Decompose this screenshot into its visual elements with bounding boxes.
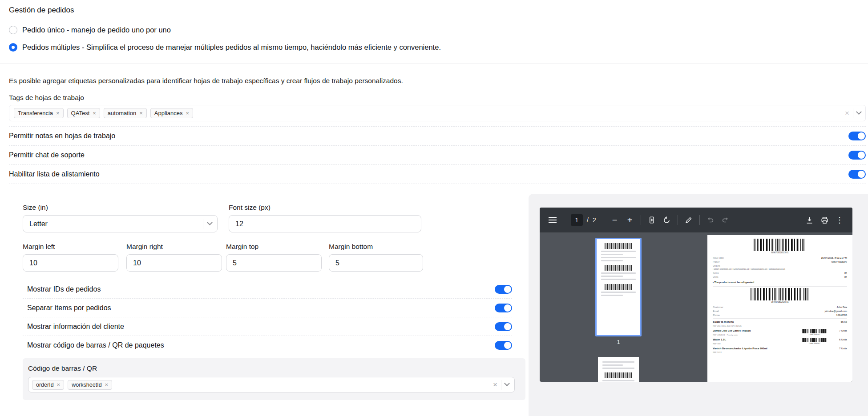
- zoom-in-icon[interactable]: +: [622, 212, 638, 228]
- display-toggle-list: Mostrar IDs de pedidos Separar ítems por…: [23, 280, 512, 355]
- page-separator: /: [587, 216, 589, 224]
- doc-meta-label: Email: [713, 309, 719, 313]
- margin-bottom-input[interactable]: [329, 254, 423, 272]
- worksheet-tags-select[interactable]: Transferencia × QATest × automation × Ap…: [9, 105, 866, 121]
- clear-tags-icon[interactable]: ×: [493, 381, 497, 388]
- margin-right-input[interactable]: [126, 254, 222, 272]
- doc-item-sub: REF 1013: [713, 351, 797, 354]
- toggle-knob: [858, 152, 865, 159]
- barcode-fields-select[interactable]: orderId × worksheetId × ×: [28, 377, 515, 392]
- doc-item-qty: 7 Units: [832, 347, 847, 351]
- barcode-graphic: [605, 372, 632, 378]
- chevron-down-icon[interactable]: [856, 109, 862, 115]
- remove-tag-icon[interactable]: ×: [93, 110, 96, 116]
- undo-icon[interactable]: [703, 212, 718, 228]
- tag-chip-label: automation: [108, 110, 136, 116]
- remove-tag-icon[interactable]: ×: [186, 110, 189, 116]
- tag-chip[interactable]: QATest ×: [67, 108, 100, 118]
- doc-item-name: Vanish Desmanchador Líquido Rosa 900ml: [713, 347, 797, 351]
- barcode-graphic: [751, 288, 809, 300]
- current-page-input[interactable]: 1: [571, 214, 583, 226]
- radio-unchecked-icon[interactable]: [9, 26, 17, 34]
- radio-single-order[interactable]: Pedido único - manejo de pedido uno por …: [9, 26, 171, 34]
- fit-page-icon[interactable]: [644, 212, 659, 228]
- tag-chip[interactable]: Transferencia ×: [14, 108, 64, 118]
- doc-meta-value: johndoe@gmail.com: [825, 309, 847, 313]
- doc-item-qty: 7 Units: [832, 329, 847, 333]
- doc-item-sub: REF 456 | SKU 456 | UPC 12345: [713, 324, 797, 328]
- doc-item-code: Code 366047: [797, 342, 832, 345]
- barcode-graphic: [754, 239, 806, 251]
- worksheet-preview-panel: 1 / 2 − +: [529, 194, 868, 416]
- toggle-row-split-items: Separar ítems por pedidos: [23, 299, 512, 317]
- doc-meta-label: Picker: [713, 260, 719, 264]
- pdf-viewer: 1 / 2 − +: [540, 208, 852, 382]
- package-barcode-toggle[interactable]: [495, 341, 512, 350]
- doc-meta-value: 84: [844, 275, 847, 279]
- radio-multiple-orders-label: Pedidos múltiples - Simplifica el proces…: [22, 43, 441, 52]
- doc-item-qty: 55 kg: [832, 320, 847, 324]
- toggle-knob: [504, 286, 511, 293]
- tag-chip[interactable]: worksheetId ×: [68, 380, 112, 390]
- tag-chip[interactable]: Appliances ×: [150, 108, 193, 118]
- print-icon[interactable]: [817, 212, 832, 228]
- tag-chip-label: orderId: [36, 382, 54, 388]
- remove-tag-icon[interactable]: ×: [56, 110, 60, 116]
- annotate-pen-icon[interactable]: [681, 212, 696, 228]
- size-select[interactable]: Letter: [23, 215, 218, 232]
- more-options-icon[interactable]: ⋮: [832, 212, 847, 228]
- toggle-label: Mostrar código de barras / QR de paquete…: [27, 341, 164, 349]
- menu-icon[interactable]: [545, 212, 560, 228]
- chevron-down-icon[interactable]: [504, 380, 510, 386]
- doc-item-sub: REF JUMBO1 • Priority order: [713, 333, 797, 336]
- remove-tag-icon[interactable]: ×: [139, 110, 143, 116]
- rotate-icon[interactable]: [659, 212, 674, 228]
- chevron-down-icon[interactable]: [207, 220, 213, 225]
- doc-meta-value: John Doe: [836, 305, 847, 309]
- margin-top-input[interactable]: [226, 254, 322, 272]
- toggle-knob: [858, 171, 865, 178]
- download-icon[interactable]: [802, 212, 817, 228]
- pdf-body[interactable]: 1 6896709328523-01 Issue date15/04/2025,…: [540, 232, 852, 382]
- show-customer-info-toggle[interactable]: [495, 322, 512, 331]
- split-items-toggle[interactable]: [495, 304, 512, 312]
- doc-meta-label: Units: [713, 275, 719, 279]
- radio-checked-icon[interactable]: [9, 43, 17, 52]
- toolbar-divider: [678, 215, 678, 225]
- radio-single-order-label: Pedido único - manejo de pedido uno por …: [22, 26, 171, 34]
- toolbar-divider: [699, 215, 700, 225]
- page-2-thumbnail[interactable]: [598, 357, 639, 382]
- clear-tags-icon[interactable]: ×: [845, 109, 849, 117]
- tag-chip-label: Transferencia: [18, 110, 53, 116]
- radio-multiple-orders[interactable]: Pedidos múltiples - Simplifica el proces…: [9, 43, 441, 52]
- font-size-input[interactable]: [229, 215, 421, 232]
- doc-item-sub: REF 789: [713, 342, 797, 345]
- tag-chip-label: worksheetId: [72, 382, 101, 388]
- zoom-out-icon[interactable]: −: [607, 212, 622, 228]
- toggle-knob: [504, 323, 511, 330]
- tags-description: Es posible agregar etiquetas personaliza…: [9, 77, 403, 85]
- size-select-value: Letter: [29, 220, 48, 228]
- toggle-row-picking-list: Habilitar lista de alistamiento: [9, 165, 866, 184]
- notes-toggle[interactable]: [848, 132, 866, 140]
- margin-left-label: Margin left: [23, 243, 55, 251]
- doc-note: • The products must be refrigerated: [713, 280, 847, 284]
- page-1-thumbnail[interactable]: [595, 238, 642, 336]
- show-order-ids-toggle[interactable]: [495, 285, 512, 294]
- tag-chip[interactable]: orderId ×: [32, 380, 64, 390]
- picking-list-toggle[interactable]: [848, 170, 866, 179]
- total-pages: 2: [593, 216, 596, 224]
- doc-meta-label: Phone: [713, 313, 720, 317]
- doc-item-name: Water 1.5L: [713, 338, 797, 342]
- toggle-label: Habilitar lista de alistamiento: [9, 170, 100, 178]
- redo-icon[interactable]: [718, 212, 733, 228]
- toggle-knob: [504, 342, 511, 349]
- margin-left-input[interactable]: [23, 254, 118, 272]
- tag-chip-label: Appliances: [154, 110, 183, 116]
- support-chat-toggle[interactable]: [848, 151, 866, 160]
- remove-tag-icon[interactable]: ×: [57, 382, 61, 388]
- pdf-page-view[interactable]: 6896709328523-01 Issue date15/04/2025, 8…: [707, 235, 852, 382]
- tag-chip[interactable]: automation ×: [104, 108, 147, 118]
- remove-tag-icon[interactable]: ×: [105, 382, 109, 388]
- select-divider: [203, 219, 203, 229]
